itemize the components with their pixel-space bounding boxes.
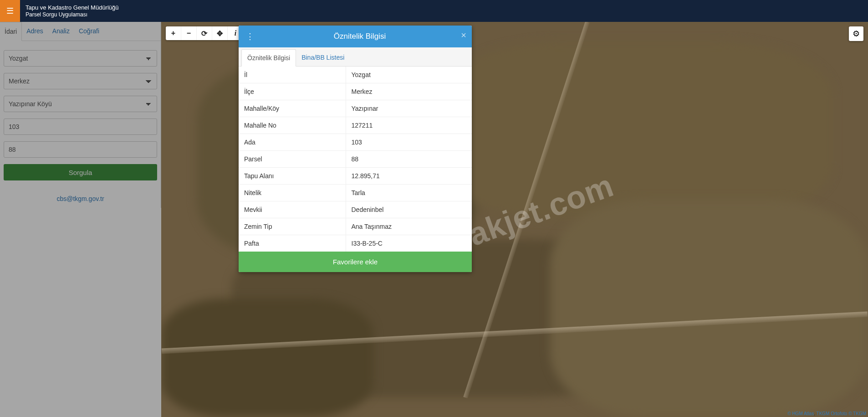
attr-value: Merkez bbox=[346, 83, 472, 100]
attr-value: Ana Taşınmaz bbox=[346, 218, 472, 235]
contact-email-link[interactable]: cbs@tkgm.gov.tr bbox=[56, 195, 104, 202]
ada-input[interactable] bbox=[4, 118, 157, 135]
attr-key: Mahalle/Köy bbox=[239, 100, 346, 117]
attribution-tkgm[interactable]: TKGM Ortofoto © TKGM bbox=[815, 411, 866, 416]
query-button[interactable]: Sorgula bbox=[4, 164, 157, 180]
zoom-out-button[interactable]: − bbox=[181, 26, 197, 40]
refresh-icon: ⟳ bbox=[201, 29, 207, 38]
sidebar-tab-idari[interactable]: İdari bbox=[0, 22, 22, 41]
table-row: Zemin TipAna Taşınmaz bbox=[239, 218, 472, 235]
map-view[interactable]: + − ⟳ ✥ i ⚙ emlakjet.com © HGM Atlas, TK… bbox=[161, 22, 868, 417]
zoom-in-button[interactable]: + bbox=[166, 26, 181, 40]
koy-select[interactable]: Yazıpınar Köyü bbox=[4, 96, 157, 112]
map-attribution: © HGM Atlas, TKGM Ortofoto © TKGM bbox=[787, 411, 866, 416]
sidebar: İdari Adres Analiz Coğrafi Yozgat Merkez bbox=[0, 22, 161, 208]
menu-toggle-button[interactable]: ☰ bbox=[0, 0, 20, 22]
feature-table: İlYozgatİlçeMerkezMahalle/KöyYazıpınarMa… bbox=[239, 67, 472, 252]
attr-value: 127211 bbox=[346, 117, 472, 134]
table-row: Ada103 bbox=[239, 134, 472, 151]
header-title-line1: Tapu ve Kadastro Genel Müdürlüğü bbox=[26, 4, 119, 11]
plus-icon: + bbox=[171, 29, 175, 37]
attr-value: 12.895,71 bbox=[346, 168, 472, 185]
table-row: NitelikTarla bbox=[239, 185, 472, 201]
close-icon: × bbox=[461, 30, 466, 40]
attr-value: I33-B-25-C bbox=[346, 235, 472, 252]
attr-key: Parsel bbox=[239, 151, 346, 168]
modal-title: Öznitelik Bilgisi bbox=[255, 32, 465, 41]
modal-tabs: Öznitelik Bilgisi Bina/BB Listesi bbox=[239, 47, 472, 67]
attr-value: 103 bbox=[346, 134, 472, 151]
attr-key: Mahalle No bbox=[239, 117, 346, 134]
il-select[interactable]: Yozgat bbox=[4, 50, 157, 67]
query-form: Yozgat Merkez Yazıpınar Köyü bbox=[0, 41, 161, 190]
crosshair-icon: ✥ bbox=[217, 29, 223, 38]
info-icon: i bbox=[235, 29, 236, 37]
gear-icon: ⚙ bbox=[853, 29, 860, 39]
settings-button[interactable]: ⚙ bbox=[849, 26, 863, 41]
sidebar-tab-analiz[interactable]: Analiz bbox=[48, 22, 74, 41]
attr-key: Pafta bbox=[239, 235, 346, 252]
attribution-hgm[interactable]: © HGM Atlas bbox=[787, 411, 814, 416]
table-row: Tapu Alanı12.895,71 bbox=[239, 168, 472, 185]
modal-close-button[interactable]: × bbox=[461, 30, 466, 41]
vertical-dots-icon: ⋮ bbox=[246, 32, 254, 41]
attr-key: Mevkii bbox=[239, 201, 346, 218]
table-row: İlçeMerkez bbox=[239, 83, 472, 100]
sidebar-footer: cbs@tkgm.gov.tr bbox=[0, 190, 161, 208]
table-row: Mahalle No127211 bbox=[239, 117, 472, 134]
attr-key: Tapu Alanı bbox=[239, 168, 346, 185]
sidebar-tab-cografi[interactable]: Coğrafi bbox=[74, 22, 104, 41]
refresh-button[interactable]: ⟳ bbox=[197, 26, 212, 40]
table-row: Mahalle/KöyYazıpınar bbox=[239, 100, 472, 117]
attr-key: Nitelik bbox=[239, 185, 346, 201]
table-row: PaftaI33-B-25-C bbox=[239, 235, 472, 252]
attr-key: Ada bbox=[239, 134, 346, 151]
modal-header: ⋮ Öznitelik Bilgisi × bbox=[239, 26, 472, 47]
app-header: ☰ Tapu ve Kadastro Genel Müdürlüğü Parse… bbox=[0, 0, 868, 22]
attr-value: Yazıpınar bbox=[346, 100, 472, 117]
attr-key: İl bbox=[239, 67, 346, 83]
table-row: MevkiiDedeninbel bbox=[239, 201, 472, 218]
header-title-line2: Parsel Sorgu Uygulaması bbox=[26, 11, 119, 18]
modal-tab-bina[interactable]: Bina/BB Listesi bbox=[296, 49, 350, 66]
sidebar-tab-adres[interactable]: Adres bbox=[22, 22, 48, 41]
add-favorites-button[interactable]: Favorilere ekle bbox=[239, 252, 472, 272]
attr-value: Yozgat bbox=[346, 67, 472, 83]
attr-value: Dedeninbel bbox=[346, 201, 472, 218]
ilce-select[interactable]: Merkez bbox=[4, 73, 157, 89]
attr-value: 88 bbox=[346, 151, 472, 168]
table-row: İlYozgat bbox=[239, 67, 472, 83]
attr-key: Zemin Tip bbox=[239, 218, 346, 235]
modal-menu-button[interactable]: ⋮ bbox=[246, 32, 255, 41]
modal-tab-oznitelik[interactable]: Öznitelik Bilgisi bbox=[241, 49, 296, 67]
locate-button[interactable]: ✥ bbox=[212, 26, 228, 40]
header-titles: Tapu ve Kadastro Genel Müdürlüğü Parsel … bbox=[26, 4, 119, 18]
attr-key: İlçe bbox=[239, 83, 346, 100]
map-toolbar: + − ⟳ ✥ i bbox=[166, 26, 243, 40]
table-row: Parsel88 bbox=[239, 151, 472, 168]
modal-body: İlYozgatİlçeMerkezMahalle/KöyYazıpınarMa… bbox=[239, 67, 472, 252]
hamburger-icon: ☰ bbox=[6, 6, 14, 16]
attr-value: Tarla bbox=[346, 185, 472, 201]
parsel-input[interactable] bbox=[4, 141, 157, 158]
feature-info-modal: ⋮ Öznitelik Bilgisi × Öznitelik Bilgisi … bbox=[239, 26, 472, 272]
sidebar-tabs: İdari Adres Analiz Coğrafi bbox=[0, 22, 161, 41]
minus-icon: − bbox=[187, 29, 191, 37]
